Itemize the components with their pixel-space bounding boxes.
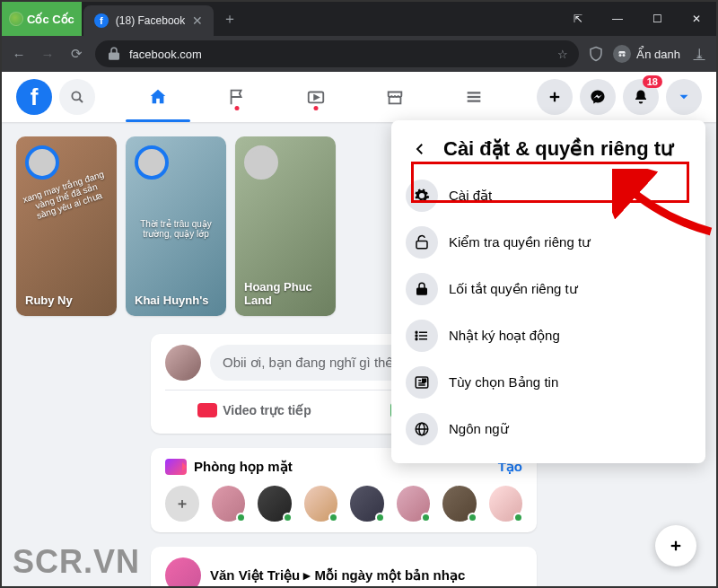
plus-icon xyxy=(547,89,563,105)
tab-title: (18) Facebook xyxy=(116,14,185,27)
svg-line-3 xyxy=(79,99,83,102)
story-author: Hoang Phuc Land xyxy=(244,280,327,307)
menu-item-settings[interactable]: Cài đặt xyxy=(398,172,698,219)
nav-forward-icon[interactable]: → xyxy=(38,47,57,62)
contact-avatar[interactable] xyxy=(489,486,523,522)
lock-icon xyxy=(106,46,122,62)
caret-down-icon xyxy=(676,89,692,105)
flag-icon xyxy=(227,87,247,107)
story-author: Ruby Ny xyxy=(25,294,108,307)
story-card[interactable]: xang may trắng đang vàng thế đã sản sàng… xyxy=(16,136,117,316)
gear-icon xyxy=(414,188,430,204)
svg-point-2 xyxy=(72,92,80,100)
nav-watch[interactable] xyxy=(280,72,352,122)
feed-post: Văn Việt Triệu ▸ Mỗi ngày một bản nhạc xyxy=(151,547,537,588)
user-avatar[interactable] xyxy=(165,345,201,381)
contact-avatar[interactable] xyxy=(304,486,338,522)
dropdown-title: Cài đặt & quyền riêng tư xyxy=(443,137,673,161)
coccoc-logo-icon xyxy=(9,12,23,26)
nav-pages[interactable] xyxy=(201,72,273,122)
menu-item-privacy-shortcuts[interactable]: Lối tắt quyền riêng tư xyxy=(398,266,698,312)
story-card[interactable]: Hoang Phuc Land xyxy=(235,136,336,316)
menu-label: Ngôn ngữ xyxy=(449,421,509,437)
window-compact-icon[interactable]: ⇱ xyxy=(558,2,598,36)
post-author-avatar[interactable] xyxy=(165,557,201,588)
search-icon xyxy=(69,89,85,105)
address-bar[interactable]: facebook.com ☆ xyxy=(95,40,579,67)
menu-label: Cài đặt xyxy=(449,188,492,204)
facebook-logo-icon[interactable]: f xyxy=(16,79,52,115)
composer-placeholder: Obii ơi, bạn đang nghĩ gì thế xyxy=(223,355,393,371)
menu-item-privacy-checkup[interactable]: Kiểm tra quyền riêng tư xyxy=(398,219,698,266)
facebook-favicon-icon: f xyxy=(94,13,109,28)
newsfeed-icon xyxy=(414,374,430,391)
shield-icon[interactable] xyxy=(588,46,604,62)
story-avatar xyxy=(135,145,169,180)
post-author-name[interactable]: Văn Việt Triệu ▸ Mỗi ngày một bản nhạc xyxy=(210,567,465,584)
new-tab-button[interactable]: ＋ xyxy=(214,2,246,36)
url-text: facebook.com xyxy=(129,48,202,61)
window-controls: ⇱ — ☐ ✕ xyxy=(558,2,716,36)
browser-tab[interactable]: f (18) Facebook ✕ xyxy=(83,5,214,36)
create-button[interactable] xyxy=(537,79,573,115)
nav-back-icon[interactable]: ← xyxy=(9,47,29,62)
globe-icon xyxy=(414,421,430,437)
floating-new-button[interactable] xyxy=(655,525,696,566)
rooms-camera-icon xyxy=(165,459,187,475)
bookmark-icon[interactable]: ☆ xyxy=(557,48,568,61)
dropdown-back-button[interactable] xyxy=(406,135,434,163)
story-caption: Thời trẻ trâu quậy trường, quậy lớp xyxy=(133,219,219,239)
menu-item-language[interactable]: Ngôn ngữ xyxy=(398,406,698,452)
story-avatar xyxy=(25,145,59,180)
notifications-button[interactable]: 18 xyxy=(623,79,659,115)
nav-menu[interactable] xyxy=(438,72,510,122)
tab-close-icon[interactable]: ✕ xyxy=(192,13,203,28)
fb-header: f 18 xyxy=(2,72,716,122)
contact-avatar[interactable] xyxy=(258,486,292,522)
contact-avatar[interactable] xyxy=(397,486,431,522)
incognito-indicator[interactable]: Ẩn danh xyxy=(613,45,680,63)
contact-avatar[interactable] xyxy=(212,486,246,522)
arrow-left-icon xyxy=(412,141,428,157)
incognito-icon xyxy=(613,45,631,63)
nav-marketplace[interactable] xyxy=(359,72,431,122)
svg-point-15 xyxy=(416,338,417,340)
watch-icon xyxy=(306,87,326,107)
menu-label: Tùy chọn Bảng tin xyxy=(449,374,558,391)
story-card[interactable]: Thời trẻ trâu quậy trường, quậy lớp Khai… xyxy=(126,136,226,316)
messenger-button[interactable] xyxy=(580,79,616,115)
account-dropdown-button[interactable] xyxy=(666,79,702,115)
unlock-icon xyxy=(414,234,430,250)
menu-item-newsfeed-prefs[interactable]: Tùy chọn Bảng tin xyxy=(398,359,698,406)
brand-text: Cốc Cốc xyxy=(27,13,74,26)
story-avatar xyxy=(244,145,278,180)
browser-titlebar: Cốc Cốc f (18) Facebook ✕ ＋ ⇱ — ☐ ✕ xyxy=(2,2,716,36)
rooms-contacts: ＋ xyxy=(165,486,522,522)
bell-icon xyxy=(633,89,649,105)
search-button[interactable] xyxy=(59,79,95,115)
home-icon xyxy=(148,87,168,107)
menu-item-activity-log[interactable]: Nhật ký hoạt động xyxy=(398,312,698,359)
svg-point-1 xyxy=(623,54,626,57)
browser-toolbar: ← → ⟳ facebook.com ☆ Ẩn danh ⤓ xyxy=(2,36,716,72)
contact-avatar[interactable] xyxy=(442,486,477,522)
svg-point-0 xyxy=(619,54,622,57)
notif-dot xyxy=(314,106,319,110)
live-video-label: Video trực tiếp xyxy=(223,403,311,417)
incognito-label: Ẩn danh xyxy=(636,48,680,61)
window-maximize-icon[interactable]: ☐ xyxy=(637,2,677,36)
nav-home[interactable] xyxy=(122,72,194,122)
contact-avatar[interactable] xyxy=(350,486,384,522)
window-close-icon[interactable]: ✕ xyxy=(677,2,716,36)
composer-live-video[interactable]: Video trực tiếp xyxy=(165,398,344,423)
svg-point-14 xyxy=(416,335,417,337)
window-minimize-icon[interactable]: — xyxy=(598,2,637,36)
menu-label: Nhật ký hoạt động xyxy=(449,328,560,344)
messenger-icon xyxy=(590,89,606,105)
fb-header-right: 18 xyxy=(537,79,702,115)
rooms-add-button[interactable]: ＋ xyxy=(165,486,199,522)
browser-brand: Cốc Cốc xyxy=(2,2,82,36)
download-icon[interactable]: ⤓ xyxy=(689,46,709,62)
menu-label: Lối tắt quyền riêng tư xyxy=(449,281,578,297)
nav-reload-icon[interactable]: ⟳ xyxy=(66,46,86,62)
